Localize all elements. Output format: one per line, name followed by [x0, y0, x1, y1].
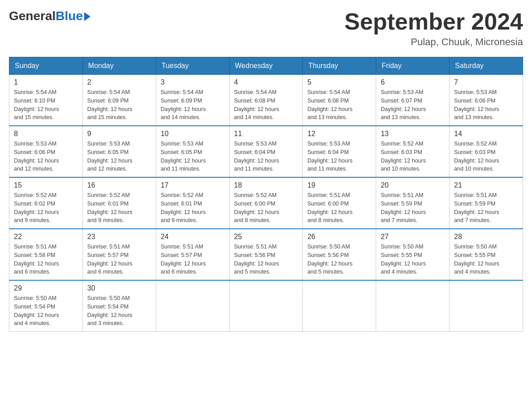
calendar-cell: 9Sunrise: 5:53 AMSunset: 6:05 PMDaylight… — [82, 126, 156, 177]
calendar-cell: 11Sunrise: 5:53 AMSunset: 6:04 PMDayligh… — [229, 126, 303, 177]
week-row-5: 29Sunrise: 5:50 AMSunset: 5:54 PMDayligh… — [9, 280, 523, 332]
calendar-cell: 30Sunrise: 5:50 AMSunset: 5:54 PMDayligh… — [82, 280, 156, 332]
week-row-1: 1Sunrise: 5:54 AMSunset: 6:10 PMDaylight… — [9, 75, 523, 126]
calendar-cell — [156, 280, 229, 332]
logo-blue-text: Blue — [56, 9, 83, 23]
day-info: Sunrise: 5:52 AMSunset: 6:03 PMDaylight:… — [381, 140, 445, 173]
day-number: 30 — [87, 284, 151, 292]
calendar-cell: 29Sunrise: 5:50 AMSunset: 5:54 PMDayligh… — [9, 280, 83, 332]
day-info: Sunrise: 5:51 AMSunset: 5:59 PMDaylight:… — [454, 191, 518, 225]
day-number: 4 — [234, 78, 298, 86]
day-info: Sunrise: 5:53 AMSunset: 6:07 PMDaylight:… — [381, 88, 445, 122]
calendar-cell: 15Sunrise: 5:52 AMSunset: 6:02 PMDayligh… — [9, 177, 83, 229]
calendar-cell: 19Sunrise: 5:51 AMSunset: 6:00 PMDayligh… — [303, 177, 376, 229]
calendar-cell: 17Sunrise: 5:52 AMSunset: 6:01 PMDayligh… — [156, 177, 229, 229]
calendar-cell: 21Sunrise: 5:51 AMSunset: 5:59 PMDayligh… — [450, 177, 523, 229]
week-row-3: 15Sunrise: 5:52 AMSunset: 6:02 PMDayligh… — [9, 177, 523, 229]
calendar-cell: 5Sunrise: 5:54 AMSunset: 6:08 PMDaylight… — [303, 75, 376, 126]
calendar-cell: 6Sunrise: 5:53 AMSunset: 6:07 PMDaylight… — [376, 75, 450, 126]
calendar-cell: 18Sunrise: 5:52 AMSunset: 6:00 PMDayligh… — [229, 177, 303, 229]
day-number: 13 — [381, 130, 445, 138]
title-section: September 2024 Pulap, Chuuk, Micronesia — [344, 9, 523, 48]
day-number: 25 — [234, 233, 298, 241]
day-number: 17 — [161, 181, 225, 189]
calendar-cell: 13Sunrise: 5:52 AMSunset: 6:03 PMDayligh… — [376, 126, 450, 177]
calendar-cell — [376, 280, 450, 332]
calendar-cell: 16Sunrise: 5:52 AMSunset: 6:01 PMDayligh… — [82, 177, 156, 229]
day-info: Sunrise: 5:50 AMSunset: 5:54 PMDaylight:… — [14, 294, 78, 328]
day-number: 22 — [14, 233, 78, 241]
day-number: 28 — [454, 233, 518, 241]
weekday-header-thursday: Thursday — [303, 57, 376, 75]
day-number: 11 — [234, 130, 298, 138]
calendar-table: SundayMondayTuesdayWednesdayThursdayFrid… — [9, 57, 523, 332]
calendar-cell: 14Sunrise: 5:52 AMSunset: 6:03 PMDayligh… — [450, 126, 523, 177]
calendar-cell: 2Sunrise: 5:54 AMSunset: 6:09 PMDaylight… — [82, 75, 156, 126]
day-number: 27 — [381, 233, 445, 241]
calendar-cell: 25Sunrise: 5:51 AMSunset: 5:56 PMDayligh… — [229, 229, 303, 280]
day-number: 5 — [307, 78, 371, 86]
calendar-cell: 7Sunrise: 5:53 AMSunset: 6:06 PMDaylight… — [450, 75, 523, 126]
logo-general-text: General — [9, 9, 56, 23]
weekday-header-wednesday: Wednesday — [229, 57, 303, 75]
day-info: Sunrise: 5:51 AMSunset: 5:57 PMDaylight:… — [161, 243, 225, 276]
calendar-cell — [229, 280, 303, 332]
page-header: General Blue September 2024 Pulap, Chuuk… — [9, 9, 523, 48]
calendar-cell: 8Sunrise: 5:53 AMSunset: 6:06 PMDaylight… — [9, 126, 83, 177]
logo-arrow-icon — [84, 12, 90, 21]
day-number: 14 — [454, 130, 518, 138]
day-info: Sunrise: 5:54 AMSunset: 6:08 PMDaylight:… — [307, 88, 371, 122]
day-number: 23 — [87, 233, 151, 241]
calendar-cell: 10Sunrise: 5:53 AMSunset: 6:05 PMDayligh… — [156, 126, 229, 177]
day-info: Sunrise: 5:52 AMSunset: 6:01 PMDaylight:… — [87, 191, 151, 225]
day-info: Sunrise: 5:54 AMSunset: 6:09 PMDaylight:… — [87, 88, 151, 122]
day-info: Sunrise: 5:51 AMSunset: 6:00 PMDaylight:… — [307, 191, 371, 225]
logo-blue-container: Blue — [56, 9, 90, 23]
day-number: 15 — [14, 181, 78, 189]
weekday-header-friday: Friday — [376, 57, 450, 75]
calendar-cell: 27Sunrise: 5:50 AMSunset: 5:55 PMDayligh… — [376, 229, 450, 280]
day-number: 24 — [161, 233, 225, 241]
day-info: Sunrise: 5:54 AMSunset: 6:08 PMDaylight:… — [234, 88, 298, 122]
day-info: Sunrise: 5:53 AMSunset: 6:04 PMDaylight:… — [234, 140, 298, 173]
day-info: Sunrise: 5:51 AMSunset: 5:59 PMDaylight:… — [381, 191, 445, 225]
calendar-cell: 23Sunrise: 5:51 AMSunset: 5:57 PMDayligh… — [82, 229, 156, 280]
calendar-cell: 20Sunrise: 5:51 AMSunset: 5:59 PMDayligh… — [376, 177, 450, 229]
calendar-cell: 1Sunrise: 5:54 AMSunset: 6:10 PMDaylight… — [9, 75, 83, 126]
calendar-cell: 28Sunrise: 5:50 AMSunset: 5:55 PMDayligh… — [450, 229, 523, 280]
day-number: 3 — [161, 78, 225, 86]
day-info: Sunrise: 5:52 AMSunset: 6:00 PMDaylight:… — [234, 191, 298, 225]
weekday-header-tuesday: Tuesday — [156, 57, 229, 75]
month-title: September 2024 — [344, 9, 523, 34]
day-number: 10 — [161, 130, 225, 138]
day-info: Sunrise: 5:52 AMSunset: 6:02 PMDaylight:… — [14, 191, 78, 225]
day-info: Sunrise: 5:51 AMSunset: 5:58 PMDaylight:… — [14, 243, 78, 276]
day-number: 1 — [14, 78, 78, 86]
day-info: Sunrise: 5:51 AMSunset: 5:57 PMDaylight:… — [87, 243, 151, 276]
day-info: Sunrise: 5:53 AMSunset: 6:05 PMDaylight:… — [87, 140, 151, 173]
day-number: 8 — [14, 130, 78, 138]
calendar-cell: 3Sunrise: 5:54 AMSunset: 6:09 PMDaylight… — [156, 75, 229, 126]
logo: General Blue — [9, 9, 90, 23]
day-number: 29 — [14, 284, 78, 292]
calendar-cell — [450, 280, 523, 332]
week-row-4: 22Sunrise: 5:51 AMSunset: 5:58 PMDayligh… — [9, 229, 523, 280]
day-info: Sunrise: 5:53 AMSunset: 6:05 PMDaylight:… — [161, 140, 225, 173]
calendar-cell: 12Sunrise: 5:53 AMSunset: 6:04 PMDayligh… — [303, 126, 376, 177]
day-number: 26 — [307, 233, 371, 241]
day-number: 16 — [87, 181, 151, 189]
calendar-cell: 4Sunrise: 5:54 AMSunset: 6:08 PMDaylight… — [229, 75, 303, 126]
day-info: Sunrise: 5:51 AMSunset: 5:56 PMDaylight:… — [234, 243, 298, 276]
weekday-header-row: SundayMondayTuesdayWednesdayThursdayFrid… — [9, 57, 523, 75]
day-number: 9 — [87, 130, 151, 138]
day-number: 19 — [307, 181, 371, 189]
day-info: Sunrise: 5:53 AMSunset: 6:06 PMDaylight:… — [454, 88, 518, 122]
day-info: Sunrise: 5:54 AMSunset: 6:09 PMDaylight:… — [161, 88, 225, 122]
day-info: Sunrise: 5:50 AMSunset: 5:55 PMDaylight:… — [454, 243, 518, 276]
day-number: 18 — [234, 181, 298, 189]
day-number: 7 — [454, 78, 518, 86]
calendar-cell: 22Sunrise: 5:51 AMSunset: 5:58 PMDayligh… — [9, 229, 83, 280]
day-number: 12 — [307, 130, 371, 138]
day-number: 20 — [381, 181, 445, 189]
day-info: Sunrise: 5:52 AMSunset: 6:01 PMDaylight:… — [161, 191, 225, 225]
